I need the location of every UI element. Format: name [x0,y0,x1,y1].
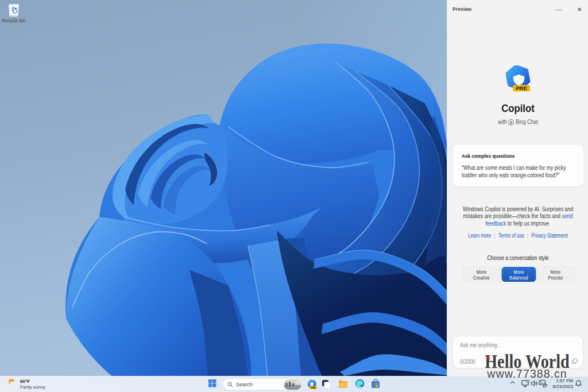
svg-text:PRE: PRE [311,386,316,389]
svg-text:PRE: PRE [516,85,527,91]
